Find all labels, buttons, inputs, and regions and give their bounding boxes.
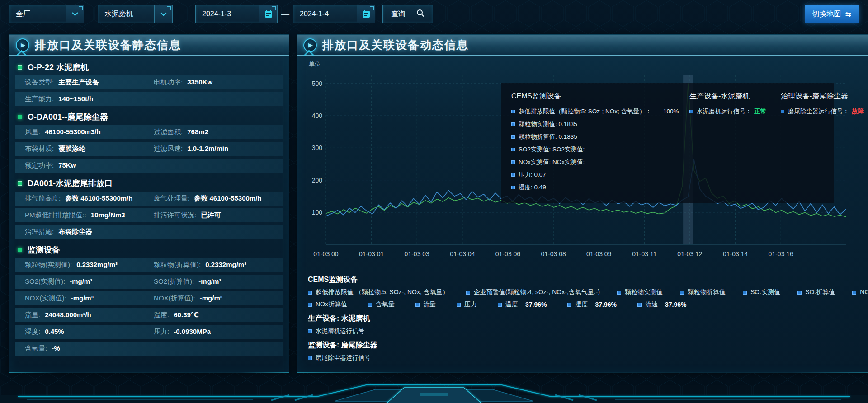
plant-select[interactable]: 全厂 (9, 5, 84, 23)
info-value: 主要生产设备 (58, 78, 99, 87)
table-row: 布袋材质:覆膜涤纶过滤风速:1.0-1.2m/min (15, 142, 283, 156)
info-value: 覆膜涤纶 (58, 145, 85, 153)
legend-marker-icon (617, 291, 621, 295)
end-date-value: 2024-1-4 (293, 10, 357, 18)
legend-marker-icon (743, 291, 747, 295)
info-cell: PM超低排排放限值::10mg/Nm3 (15, 211, 144, 220)
info-value: 768m2 (187, 128, 208, 136)
info-label: 治理措施: (25, 228, 54, 236)
info-cell: 颗粒物(实测值):0.2332mg/m³ (15, 261, 144, 269)
device-select[interactable]: 水泥磨机 (98, 5, 173, 23)
info-value: -0.0930MPa (174, 328, 211, 335)
tooltip-cems-column: CEMS监测设备 超低排放限值（颗拉物:5: SOz-; NOx; 含氧量）：1… (511, 90, 674, 196)
start-date-input[interactable]: 2024-1-3 (195, 5, 278, 23)
tooltip-production-label: 水泥磨机运行信号： (697, 108, 752, 116)
plant-select-value: 全厂 (9, 9, 66, 19)
chevron-down-icon[interactable] (154, 5, 172, 23)
info-label: 颗粒物(折算值): (154, 261, 201, 269)
legend-item[interactable]: 颗粒物折算值 (680, 288, 726, 296)
legend-item[interactable]: NOx实测值 (852, 288, 868, 296)
table-row: 流量:24048.000m³/h温度:60.39℃ (15, 308, 283, 322)
legend-item[interactable]: 温度37.96% (498, 300, 547, 309)
info-value: -mg/m³ (198, 277, 221, 285)
query-button[interactable]: 查询 (382, 5, 433, 23)
info-cell: 过滤风速:1.0-1.2m/min (144, 145, 283, 153)
legend-item-label: 湿度 (575, 300, 588, 309)
legend-item-value: 37.96% (525, 301, 547, 308)
chevron-down-icon[interactable] (66, 5, 84, 23)
legend-row-1: 超低排放限值 （颗拉物:5: SOz-; NOx; 含氧量）企业预警值(颗粒物:… (308, 288, 868, 296)
x-axis-tick-label: 01-03 12 (677, 250, 702, 258)
legend-marker-icon (511, 135, 515, 139)
legend-item[interactable]: 流速37.96% (637, 300, 686, 309)
date-range-separator: — (278, 9, 293, 19)
section-title-label: O-DA001--磨尾除尘器 (28, 112, 108, 122)
table-row: 额定功率:75Kw (15, 159, 283, 173)
info-value: 3350Kw (187, 78, 212, 86)
info-value: -mg/m³ (200, 294, 222, 302)
legend-marker-icon (457, 303, 461, 307)
legend-item-label: 压力 (464, 300, 477, 309)
legend-production-group: 生产设备: 水泥磨机 水泥磨机运行信号 (308, 314, 868, 335)
legend-marker-icon (852, 291, 856, 295)
info-cell: 温度:60.39℃ (144, 311, 283, 319)
legend-item[interactable]: 企业预警值(颗粒物:4; sOz-; NOx-;含氧气量:-) (466, 288, 600, 296)
static-info-rows: O-P-22 水泥磨机设备类型:主要生产设备电机功率:3350Kw生产能力:14… (9, 56, 289, 356)
tooltip-cems-title: CEMS监测设备 (511, 92, 674, 101)
legend-signal-item[interactable]: 水泥磨机运行信号 (308, 327, 868, 335)
info-cell: 生产能力:140~150t/h (15, 95, 283, 103)
legend-item[interactable]: NOx折算值 (308, 300, 347, 309)
legend-marker-icon (781, 110, 784, 113)
info-label: 压力: (154, 328, 169, 336)
section-title-label: O-P-22 水泥磨机 (28, 62, 89, 73)
info-label: NOX(实测值): (25, 294, 66, 303)
info-cell: 含氧量:-% (15, 344, 283, 353)
legend-monitor-header: 监测设备: 磨尾除尘器 (308, 341, 868, 350)
legend-marker-icon (308, 356, 312, 360)
legend-marker-icon (511, 173, 515, 177)
info-value: 参数 46100-55300m/h (65, 194, 132, 203)
legend-signal-item[interactable]: 磨尾除尘器运行信号 (308, 354, 868, 362)
tooltip-item-label: 颗粒物实测值: 0.1835 (519, 120, 577, 128)
x-axis-tick-label: 01-03 08 (541, 250, 566, 258)
legend-item[interactable]: 含氧量 (368, 300, 395, 309)
calendar-icon[interactable] (259, 5, 277, 23)
info-label: 过滤面积: (154, 128, 183, 136)
end-date-input[interactable]: 2024-1-4 (293, 5, 375, 23)
info-cell: 过滤面积:768m2 (144, 128, 283, 136)
info-label: 温度: (154, 311, 169, 319)
legend-marker-icon (368, 303, 372, 307)
tooltip-item: 颗粒物实测值: 0.1835 (511, 120, 674, 128)
info-label: 排污许可状况: (154, 211, 196, 220)
legend-item[interactable]: 超低排放限值 （颗拉物:5: SOz-; NOx; 含氧量） (308, 288, 449, 296)
legend-item-label: 温度 (505, 300, 518, 309)
legend-marker-icon (308, 329, 312, 333)
switch-map-button[interactable]: 切换地图 ⇆ (805, 5, 859, 23)
info-label: 废气处理量: (154, 194, 189, 203)
section-title: O-P-22 水泥磨机 (15, 59, 283, 75)
info-value: 46100-55300m3/h (45, 128, 100, 136)
tooltip-item-value: 100% (663, 108, 679, 115)
legend-item[interactable]: 颗粒物实测值 (617, 288, 663, 296)
section-title-label: 监测设备 (28, 244, 60, 255)
info-cell: NOX(实测值):-mg/m³ (15, 294, 144, 303)
calendar-icon[interactable] (357, 5, 375, 23)
legend-item[interactable]: 压力 (457, 300, 477, 309)
info-cell: SO2(折算值):-mg/m³ (144, 277, 283, 286)
legend-marker-icon (511, 110, 515, 113)
table-row: SO2(实测值):-mg/m³SO2(折算值):-mg/m³ (15, 275, 283, 289)
tooltip-item-label: 压力: 0.07 (519, 171, 546, 179)
legend-item[interactable]: SO:折算值 (797, 288, 835, 296)
legend-item[interactable]: 流量 (415, 300, 436, 309)
x-axis-tick-label: 01-03 06 (495, 250, 520, 258)
legend-marker-icon (797, 291, 802, 295)
legend-item-label: 流速 (645, 300, 658, 309)
legend-marker-icon (308, 291, 312, 295)
x-axis-tick-label: 01-03 03 (405, 250, 429, 258)
info-cell: 排污许可状况:已许可 (144, 211, 283, 220)
panels-container: ▶ 排放口及关联设备静态信息 O-P-22 水泥磨机设备类型:主要生产设备电机功… (9, 34, 860, 373)
x-axis-tick-label: 01-03 01 (359, 250, 384, 258)
legend-item[interactable]: 湿度37.96% (567, 300, 616, 309)
legend-item[interactable]: SO:实测值 (743, 288, 780, 296)
info-value: 60.39℃ (174, 311, 199, 319)
